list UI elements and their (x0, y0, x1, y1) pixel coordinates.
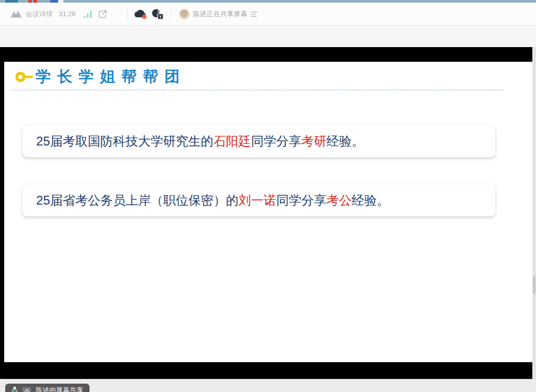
card-text: 同学分享 (276, 192, 327, 209)
experience-card-1: 25届考取国防科技大学研究生的石阳廷同学分享考研经验。 (22, 125, 496, 158)
toolbar-divider (127, 9, 128, 19)
svg-text:T: T (159, 14, 162, 19)
shared-slide: 学长学姐帮帮团 25届考取国防科技大学研究生的石阳廷同学分享考研经验。 25届省… (0, 62, 532, 362)
meeting-details-link[interactable]: 会议详情 (26, 9, 53, 19)
screen-share-pill: 陈述的屏幕共享 (5, 384, 90, 392)
experience-card-2: 25届省考公务员上岸（职位保密）的刘一诺同学分享考公经验。 (22, 184, 496, 217)
highlight-text: 考公 (327, 192, 352, 209)
highlight-text: 刘一诺 (239, 192, 276, 209)
toolbar-gap (0, 26, 536, 47)
scrollbar-thumb[interactable] (533, 276, 535, 294)
letterbox-bottom (0, 362, 532, 379)
card-text: 经验。 (352, 192, 389, 209)
meeting-logo-icon (10, 10, 22, 18)
scrollbar-track (532, 47, 536, 392)
open-external-icon[interactable] (98, 9, 107, 19)
sharing-options-icon[interactable] (251, 11, 259, 17)
toolbar-divider (171, 9, 171, 19)
card-text: 同学分享 (251, 133, 302, 150)
meeting-app-window: 会议详情 31:26 (0, 0, 536, 392)
title-underline (10, 89, 504, 91)
slide-left-edge (0, 62, 4, 362)
highlight-text: 石阳廷 (214, 133, 251, 150)
card-text: 25届考取国防科技大学研究生的 (36, 133, 214, 150)
card-text: 经验。 (327, 133, 364, 150)
signal-strength-icon[interactable] (84, 10, 93, 18)
microphone-icon[interactable] (12, 386, 18, 392)
live-caption-icon[interactable]: T (151, 8, 164, 20)
meeting-timer: 31:26 (59, 10, 76, 18)
card-text: 25届省考公务员上岸（职位保密）的 (36, 192, 239, 209)
slide-title-row: 学长学姐帮帮团 (15, 69, 186, 85)
key-icon (15, 71, 34, 83)
presenter-avatar (179, 9, 189, 19)
screen-share-label: 陈述的屏幕共享 (36, 386, 83, 392)
bottom-strip: 陈述的屏幕共享 (0, 379, 536, 392)
cloud-recording-icon[interactable] (133, 8, 148, 19)
highlight-text: 考研 (302, 133, 327, 150)
letterbox-top (0, 47, 532, 62)
meeting-toolbar: 会议详情 31:26 (0, 3, 536, 26)
collapse-pill-button[interactable] (23, 387, 31, 392)
sharing-status-label: 陈述正在共享屏幕 (193, 9, 248, 19)
slide-title: 学长学姐帮帮团 (36, 69, 186, 85)
